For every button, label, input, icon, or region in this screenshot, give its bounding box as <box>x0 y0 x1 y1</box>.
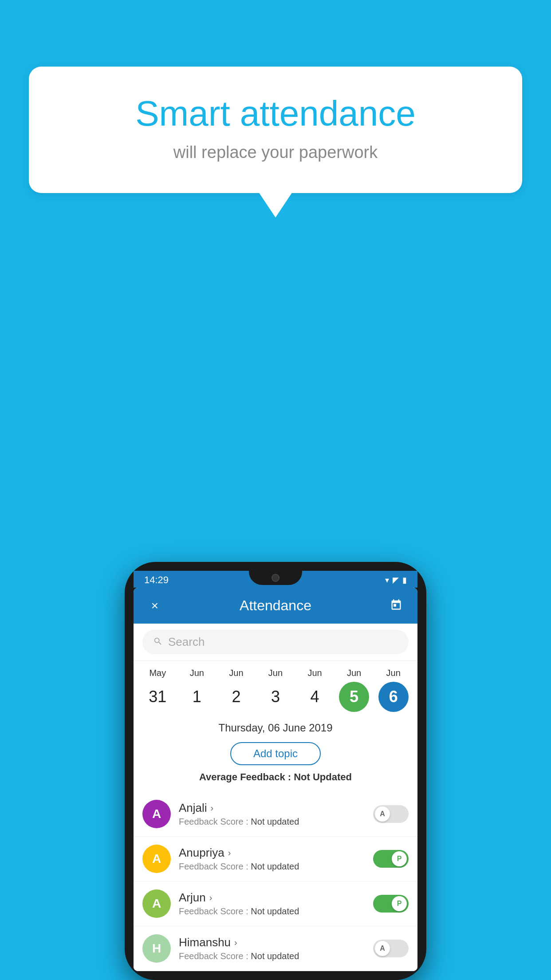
search-placeholder: Search <box>168 635 205 649</box>
toggle-container[interactable]: P <box>373 895 409 913</box>
toggle-knob: A <box>375 941 390 956</box>
phone-screen: × Attendance Search <box>134 588 417 971</box>
attendance-toggle[interactable]: P <box>373 850 409 868</box>
student-feedback: Feedback Score : Not updated <box>179 951 365 961</box>
date-month: Jun <box>386 668 401 678</box>
student-feedback: Feedback Score : Not updated <box>179 817 365 827</box>
student-item[interactable]: AAnupriya ›Feedback Score : Not updatedP <box>134 837 417 881</box>
student-list: AAnjali ›Feedback Score : Not updatedAAA… <box>134 792 417 971</box>
search-bar: Search <box>134 624 417 661</box>
student-avatar: A <box>142 845 171 873</box>
date-day: 3 <box>260 682 291 712</box>
date-month: Jun <box>347 668 361 678</box>
avg-feedback: Average Feedback : Not Updated <box>142 771 409 787</box>
date-item[interactable]: Jun2 <box>218 668 254 712</box>
student-avatar: A <box>142 800 171 828</box>
date-day: 1 <box>182 682 212 712</box>
date-month: Jun <box>268 668 283 678</box>
student-name: Anjali › <box>179 801 365 815</box>
date-month: Jun <box>229 668 243 678</box>
student-info: Himanshu ›Feedback Score : Not updated <box>179 936 365 961</box>
speech-bubble-container: Smart attendance will replace your paper… <box>29 67 522 193</box>
student-item[interactable]: AAnjali ›Feedback Score : Not updatedA <box>134 792 417 837</box>
attendance-toggle[interactable]: A <box>373 805 409 823</box>
phone-camera <box>272 574 279 582</box>
chevron-icon: › <box>228 848 231 858</box>
calendar-icon[interactable] <box>387 598 405 613</box>
avg-feedback-value: Not Updated <box>294 771 352 782</box>
toggle-container[interactable]: A <box>373 940 409 957</box>
speech-bubble: Smart attendance will replace your paper… <box>29 67 522 193</box>
phone-time: 14:29 <box>144 574 169 586</box>
date-month: Jun <box>190 668 204 678</box>
date-day: 5 <box>339 682 369 712</box>
student-item[interactable]: HHimanshu ›Feedback Score : Not updatedA <box>134 926 417 971</box>
app-header-title: Attendance <box>164 597 387 614</box>
date-month: Jun <box>307 668 322 678</box>
date-item[interactable]: May31 <box>140 668 175 712</box>
date-strip: May31Jun1Jun2Jun3Jun4Jun5Jun6 <box>134 661 417 712</box>
student-name: Himanshu › <box>179 936 365 949</box>
toggle-container[interactable]: P <box>373 850 409 868</box>
date-item[interactable]: Jun5 <box>336 668 372 712</box>
chevron-icon: › <box>211 803 214 813</box>
feedback-value: Not updated <box>251 951 299 961</box>
student-feedback: Feedback Score : Not updated <box>179 906 365 917</box>
date-month: May <box>149 668 166 678</box>
close-icon[interactable]: × <box>146 599 164 613</box>
attendance-toggle[interactable]: P <box>373 895 409 913</box>
selected-date-label: Thursday, 06 June 2019 <box>142 722 409 734</box>
chevron-icon: › <box>234 937 237 948</box>
date-item[interactable]: Jun1 <box>179 668 215 712</box>
toggle-knob: P <box>392 896 407 911</box>
feedback-value: Not updated <box>251 817 299 826</box>
toggle-knob: P <box>392 851 407 866</box>
date-day: 2 <box>221 682 251 712</box>
student-name: Arjun › <box>179 891 365 905</box>
student-avatar: A <box>142 889 171 918</box>
student-info: Anupriya ›Feedback Score : Not updated <box>179 846 365 872</box>
chevron-icon: › <box>209 893 213 903</box>
date-item[interactable]: Jun4 <box>297 668 333 712</box>
battery-icon: ▮ <box>402 575 407 585</box>
student-name: Anupriya › <box>179 846 365 860</box>
phone-status-icons: ▾ ◤ ▮ <box>385 575 407 585</box>
student-item[interactable]: AArjun ›Feedback Score : Not updatedP <box>134 881 417 926</box>
speech-bubble-subtitle: will replace your paperwork <box>60 143 491 162</box>
search-icon <box>153 636 163 648</box>
student-feedback: Feedback Score : Not updated <box>179 861 365 872</box>
selected-date-section: Thursday, 06 June 2019 Add topic Average… <box>134 712 417 792</box>
search-input-container[interactable]: Search <box>142 630 409 654</box>
avg-feedback-label: Average Feedback : <box>199 771 291 782</box>
student-info: Arjun ›Feedback Score : Not updated <box>179 891 365 917</box>
add-topic-button[interactable]: Add topic <box>230 742 321 765</box>
date-day: 31 <box>142 682 173 712</box>
date-day: 4 <box>300 682 330 712</box>
feedback-value: Not updated <box>251 906 299 916</box>
wifi-icon: ▾ <box>385 575 389 585</box>
phone-frame: 14:29 ▾ ◤ ▮ × Attendance <box>125 562 426 980</box>
date-item[interactable]: Jun3 <box>258 668 293 712</box>
feedback-value: Not updated <box>251 861 299 871</box>
phone-notch <box>249 571 302 585</box>
student-info: Anjali ›Feedback Score : Not updated <box>179 801 365 827</box>
date-day: 6 <box>378 682 409 712</box>
attendance-toggle[interactable]: A <box>373 940 409 957</box>
signal-icon: ◤ <box>393 575 399 585</box>
student-avatar: H <box>142 934 171 963</box>
status-bar: 14:29 ▾ ◤ ▮ <box>134 571 417 588</box>
phone-container: 14:29 ▾ ◤ ▮ × Attendance <box>125 562 426 980</box>
toggle-container[interactable]: A <box>373 805 409 823</box>
toggle-knob: A <box>375 806 390 822</box>
speech-bubble-title: Smart attendance <box>60 93 491 134</box>
app-header: × Attendance <box>134 588 417 624</box>
date-item[interactable]: Jun6 <box>376 668 411 712</box>
